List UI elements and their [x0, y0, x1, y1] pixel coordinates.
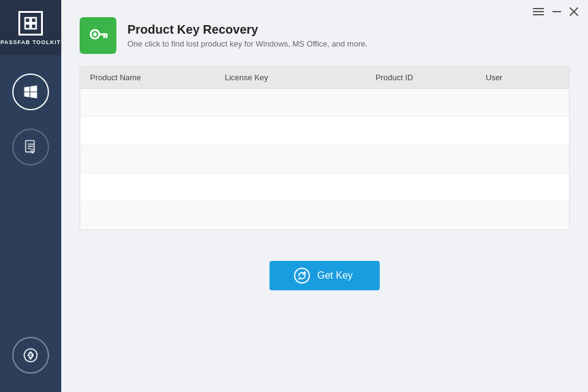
menu-button[interactable] [533, 7, 544, 16]
results-table: Product Name License Key Product ID User [80, 66, 570, 230]
sidebar: PASSFAB TOOLKIT [0, 0, 61, 392]
svg-rect-3 [31, 24, 36, 29]
close-button[interactable] [570, 7, 578, 16]
table-row [80, 173, 569, 202]
refresh-icon [294, 268, 310, 284]
col-product-name: Product Name [90, 73, 225, 82]
col-license-key: License Key [225, 73, 375, 82]
header-section: Product Key Recovery One click to find l… [61, 0, 588, 66]
svg-rect-0 [25, 18, 30, 23]
titlebar [523, 0, 588, 23]
sidebar-bottom [12, 337, 49, 392]
table-row [80, 117, 569, 145]
get-key-label: Get Key [317, 270, 353, 281]
col-user: User [486, 73, 559, 82]
svg-point-21 [93, 32, 97, 36]
table-row [80, 145, 569, 173]
page-subtitle: One click to find lost product key for W… [127, 39, 368, 48]
sidebar-item-file[interactable] [12, 129, 49, 165]
main-content: Product Key Recovery One click to find l… [61, 0, 588, 392]
table-row [80, 89, 569, 117]
sidebar-nav [12, 55, 49, 337]
sidebar-logo: PASSFAB TOOLKIT [0, 0, 61, 55]
header-text: Product Key Recovery One click to find l… [127, 23, 368, 48]
sidebar-item-key-recovery[interactable] [12, 337, 49, 374]
svg-rect-1 [31, 18, 36, 23]
col-product-id: Product ID [375, 73, 486, 82]
logo-icon [18, 11, 43, 36]
table-header: Product Name License Key Product ID User [80, 67, 569, 89]
table-body [80, 89, 569, 230]
button-area: Get Key [61, 261, 588, 290]
svg-point-8 [30, 148, 34, 151]
minimize-button[interactable] [552, 11, 561, 12]
logo-text: PASSFAB TOOLKIT [1, 39, 61, 47]
page-title: Product Key Recovery [127, 23, 368, 37]
sidebar-item-windows[interactable] [12, 74, 49, 110]
get-key-button[interactable]: Get Key [270, 261, 380, 290]
product-key-icon [80, 17, 116, 54]
table-row [80, 202, 569, 230]
svg-rect-2 [25, 24, 30, 29]
